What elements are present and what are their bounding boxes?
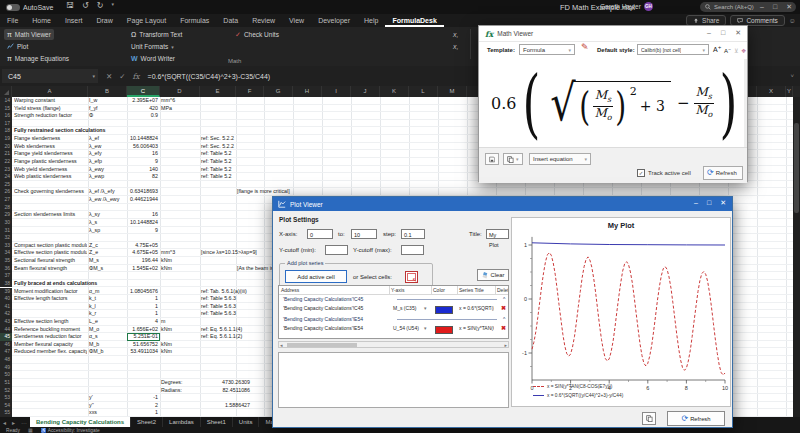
cell-b35[interactable]: M_s bbox=[89, 257, 99, 265]
cell-b21[interactable]: λ_efy bbox=[89, 150, 102, 158]
add-active-cell-button[interactable]: Add active cell bbox=[285, 270, 347, 283]
cell-b42[interactable]: k_r bbox=[89, 310, 96, 318]
copy-equation-button[interactable]: ▾ bbox=[503, 153, 523, 165]
collapse-caret-icon[interactable]: ^ bbox=[503, 296, 505, 302]
row-header-32[interactable]: 32 bbox=[0, 234, 12, 242]
series-yaxis-select[interactable]: U_54 (U54) bbox=[393, 325, 419, 331]
feedback-smiley-icon[interactable]: ☺ bbox=[789, 17, 796, 24]
cell-a23[interactable]: Web yield slenderness bbox=[14, 166, 87, 174]
default-style-select[interactable]: Calibri(b) [not cell] ▾ bbox=[637, 44, 709, 55]
cell-c47[interactable]: 53.4911034 bbox=[127, 348, 158, 356]
cancel-icon[interactable]: ✕ bbox=[106, 72, 112, 81]
row-header-48[interactable]: 48 bbox=[0, 356, 12, 364]
column-header-I[interactable]: I bbox=[322, 86, 351, 97]
cell-c15[interactable]: 420 bbox=[127, 105, 158, 113]
column-header-K[interactable]: K bbox=[380, 86, 409, 97]
row-header-52[interactable]: 52 bbox=[0, 387, 12, 395]
delete-series-icon[interactable]: ✖ bbox=[501, 324, 506, 331]
sheet-tab-sheet1[interactable]: Sheet1 bbox=[201, 417, 233, 427]
row-header-54[interactable]: 54 bbox=[0, 402, 12, 410]
cell-b19[interactable]: λ_ef bbox=[89, 135, 99, 143]
cell-note24[interactable]: ref: Table 5.2 bbox=[201, 173, 232, 181]
cell-d52[interactable]: Radians: bbox=[161, 387, 182, 395]
column-header-B[interactable]: B bbox=[88, 86, 127, 97]
cell-a39[interactable]: Moment modification factor bbox=[14, 288, 87, 296]
cell-c46[interactable]: 51.656752 bbox=[127, 341, 158, 349]
row-header-16[interactable]: 16 bbox=[0, 112, 12, 120]
row-header-22[interactable]: 22 bbox=[0, 158, 12, 166]
cell-b30[interactable]: λ_s bbox=[89, 219, 97, 227]
cell-c14[interactable]: 2.395E+07 bbox=[127, 97, 158, 105]
cell-b55[interactable]: xxs bbox=[89, 409, 97, 417]
delete-series-icon[interactable]: ✖ bbox=[501, 304, 506, 311]
cell-b15[interactable]: f_yf bbox=[89, 105, 98, 113]
template-select[interactable]: Formula ▾ bbox=[519, 44, 575, 55]
ribbon-tab-data[interactable]: Data bbox=[216, 14, 245, 27]
minimize-icon[interactable]: – bbox=[760, 3, 764, 11]
close-icon[interactable]: ✕ bbox=[786, 3, 792, 11]
row-header-17[interactable]: 17 bbox=[0, 120, 12, 128]
close-icon[interactable]: ✕ bbox=[735, 29, 741, 37]
formula-bar-expand-icon[interactable]: ˅ bbox=[790, 73, 794, 79]
undo-icon[interactable]: ↺ bbox=[82, 1, 89, 10]
cell-a18[interactable]: Fully restrained section calculations bbox=[14, 127, 106, 135]
cell-c22[interactable]: 9 bbox=[127, 158, 158, 166]
cell-a16[interactable]: Strength reduction factor bbox=[14, 112, 87, 120]
cell-c41[interactable]: 1 bbox=[127, 303, 158, 311]
cell-a21[interactable]: Flange yield slenderness bbox=[14, 150, 87, 158]
ribbon-tab-home[interactable]: Home bbox=[25, 14, 58, 27]
series-group-header[interactable]: 'Bending Capacity Calculations'!C45 bbox=[283, 296, 363, 302]
sheet-tab-sheet2[interactable]: Sheet2 bbox=[131, 417, 163, 427]
transform-text-button[interactable]: Ω Transform Text bbox=[128, 29, 185, 40]
collapse-caret-icon[interactable]: ^ bbox=[503, 316, 505, 322]
cell-b47[interactable]: ΦM_b bbox=[89, 348, 104, 356]
cell-c33[interactable]: 4.75E+05 bbox=[127, 242, 158, 250]
cell-a46[interactable]: Member flexural capacity bbox=[14, 341, 87, 349]
cell-a33[interactable]: Compact section plastic modulus bbox=[14, 242, 87, 250]
check-units-button[interactable]: ✓ Check Units bbox=[232, 29, 282, 40]
chevron-down-icon[interactable]: ▾ bbox=[424, 305, 427, 311]
series-address[interactable]: 'Bending Capacity Calculations'!C45 bbox=[283, 305, 387, 311]
cell-c27[interactable]: 0.44621944 bbox=[127, 196, 158, 204]
select-all-corner[interactable] bbox=[0, 86, 12, 97]
cell-d47[interactable]: kNm bbox=[161, 348, 172, 356]
column-header-J[interactable]: J bbox=[351, 86, 380, 97]
column-header-D[interactable]: D bbox=[160, 86, 200, 97]
copy-plot-button[interactable] bbox=[642, 412, 656, 425]
cell-b45[interactable]: α_s bbox=[89, 333, 98, 341]
cell-note45[interactable]: ref: Eq. 5.6.1.1(2) bbox=[201, 333, 242, 341]
row-header-35[interactable]: 35 bbox=[0, 257, 12, 265]
column-header-A[interactable]: A bbox=[12, 86, 88, 97]
cell-c39[interactable]: 1.08045676 bbox=[127, 288, 158, 296]
cell-d15[interactable]: MPa bbox=[161, 105, 172, 113]
row-header-47[interactable]: 47 bbox=[0, 348, 12, 356]
cell-a45[interactable]: Slenderness reduction factor bbox=[14, 333, 87, 341]
scroll-right-icon[interactable]: ▸ bbox=[504, 342, 507, 348]
cell-a22[interactable]: Flange plastic slenderness bbox=[14, 158, 87, 166]
refresh-plot-button[interactable]: ⟳ Refresh bbox=[667, 411, 725, 426]
insert-equation-button[interactable]: Insert equation ▾ bbox=[529, 153, 591, 165]
cell-a36[interactable]: Beam flexural strength bbox=[14, 265, 87, 273]
cell-b43[interactable]: L_e bbox=[89, 318, 98, 326]
cell-d43[interactable]: m bbox=[161, 318, 165, 326]
cell-c55[interactable]: 1 bbox=[127, 409, 158, 417]
cell-f26[interactable]: [flange is more critical] bbox=[237, 188, 290, 196]
cell-d35[interactable]: kNm bbox=[161, 257, 172, 265]
cell-a29[interactable]: Section slenderness limits bbox=[14, 211, 87, 219]
row-header-39[interactable]: 39 bbox=[0, 288, 12, 296]
maximize-icon[interactable]: □ bbox=[773, 3, 777, 11]
cell-b29[interactable]: λ_sy bbox=[89, 211, 100, 219]
sheet-nav-more-icon[interactable]: … bbox=[18, 419, 30, 425]
unit-formats-button[interactable]: Unit Formats ▾ bbox=[128, 41, 177, 52]
sheet-nav-right-icon[interactable]: ▸ bbox=[9, 419, 18, 426]
row-header-42[interactable]: 42 bbox=[0, 310, 12, 318]
ribbon-tab-formuladesk[interactable]: FormulaDesk bbox=[385, 14, 443, 27]
cell-b16[interactable]: Φ bbox=[89, 112, 93, 120]
sheet-tab-lambdas[interactable]: Lambdas bbox=[163, 417, 201, 427]
cell-a38[interactable]: Fully braced at ends calculations bbox=[14, 280, 97, 288]
cell-a40[interactable]: Effective length factors bbox=[14, 295, 87, 303]
sheet-nav-left-icon[interactable]: ◂ bbox=[0, 419, 9, 426]
scroll-left-icon[interactable]: ◂ bbox=[280, 342, 283, 348]
name-box[interactable]: C45 ▾ bbox=[2, 69, 98, 83]
cell-a20[interactable]: Web slenderness bbox=[14, 143, 87, 151]
